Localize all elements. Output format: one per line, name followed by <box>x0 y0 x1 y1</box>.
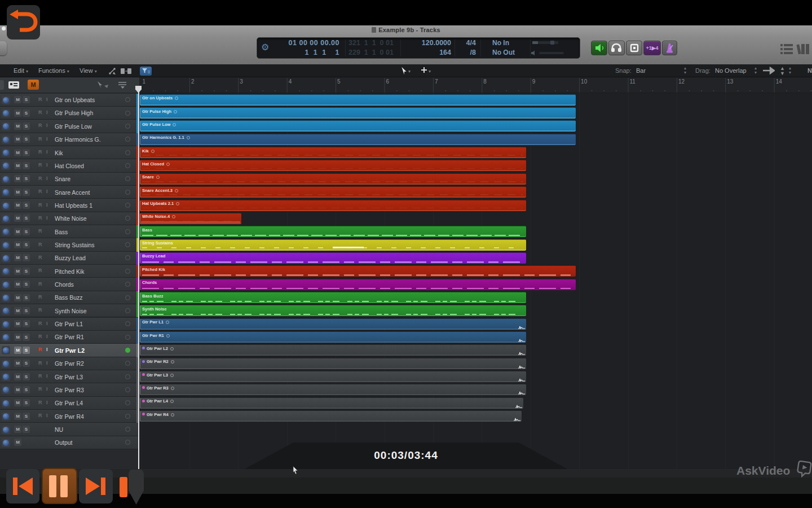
svg-text:▾: ▾ <box>429 69 431 74</box>
svg-text:▾: ▾ <box>408 69 411 74</box>
